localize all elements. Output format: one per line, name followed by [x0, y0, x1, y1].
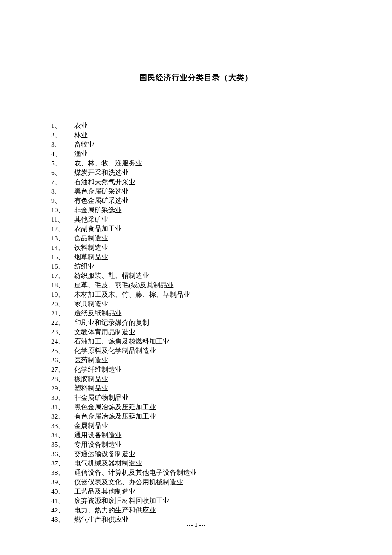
list-item-label: 皮革、毛皮、羽毛(绒)及其制品业 [74, 280, 341, 290]
list-item: 31、黑色金属冶炼及压延加工业 [51, 402, 341, 412]
list-item-label: 农业 [74, 121, 341, 130]
list-item-label: 文教体育用品制造业 [74, 327, 341, 337]
list-item-number: 39、 [51, 477, 74, 487]
list-item-number: 36、 [51, 449, 74, 459]
list-item: 26、医药制造业 [51, 356, 341, 365]
list-item: 4、渔业 [51, 149, 341, 159]
list-item-number: 20、 [51, 299, 74, 309]
list-item-number: 15、 [51, 252, 74, 262]
list-item-number: 35、 [51, 440, 74, 449]
list-item-number: 30、 [51, 393, 74, 402]
list-item: 18、皮革、毛皮、羽毛(绒)及其制品业 [51, 280, 341, 290]
list-item-number: 7、 [51, 177, 74, 187]
list-item-label: 非金属矿采选业 [74, 205, 341, 215]
list-item-label: 造纸及纸制品业 [74, 309, 341, 318]
list-item-label: 废弃资源和废旧材料回收加工业 [74, 496, 341, 506]
list-item: 38、通信设备、计算机及其他电子设备制造业 [51, 468, 341, 477]
list-item-label: 交通运输设备制造业 [74, 449, 341, 459]
list-item: 8、黑色金属矿采选业 [51, 187, 341, 196]
list-item: 33、金属制品业 [51, 421, 341, 431]
list-item-label: 纺织业 [74, 262, 341, 271]
list-item-label: 林业 [74, 130, 341, 140]
list-item: 35、专用设备制造业 [51, 440, 341, 449]
list-item: 15、烟草制品业 [51, 252, 341, 262]
list-item-label: 黑色金属冶炼及压延加工业 [74, 402, 341, 412]
list-item-number: 11、 [51, 215, 74, 224]
list-item-number: 8、 [51, 187, 74, 196]
list-item: 13、食品制造业 [51, 234, 341, 243]
list-item-number: 41、 [51, 496, 74, 506]
list-item-label: 通用设备制造业 [74, 431, 341, 440]
list-item: 23、文教体育用品制造业 [51, 327, 341, 337]
list-item: 24、石油加工、炼焦及核燃料加工业 [51, 337, 341, 346]
document-page: 国民经济行业分类目录（大类） 1、农业2、林业3、畜牧业4、渔业5、农、林、牧、… [0, 0, 392, 524]
list-item-label: 烟草制品业 [74, 252, 341, 262]
list-item: 40、工艺品及其他制造业 [51, 487, 341, 496]
list-item-label: 农、林、牧、渔服务业 [74, 159, 341, 168]
list-item-number: 28、 [51, 374, 74, 384]
list-item-number: 12、 [51, 224, 74, 234]
list-item-label: 木材加工及木、竹、藤、棕、草制品业 [74, 290, 341, 299]
list-item: 27、化学纤维制造业 [51, 365, 341, 374]
footer-right: --- [198, 521, 206, 528]
list-item-number: 31、 [51, 402, 74, 412]
list-item-number: 29、 [51, 384, 74, 393]
list-item: 7、石油和天然气开采业 [51, 177, 341, 187]
list-item-label: 化学原料及化学制品制造业 [74, 346, 341, 356]
list-item-label: 石油和天然气开采业 [74, 177, 341, 187]
list-item: 10、非金属矿采选业 [51, 205, 341, 215]
list-item-label: 有色金属矿采选业 [74, 196, 341, 205]
list-item: 28、橡胶制品业 [51, 374, 341, 384]
list-item-label: 有色金属冶炼及压延加工业 [74, 412, 341, 421]
list-item-number: 2、 [51, 130, 74, 140]
list-item-label: 畜牧业 [74, 140, 341, 149]
page-number: 1 [194, 521, 198, 528]
list-item: 2、林业 [51, 130, 341, 140]
list-item: 16、纺织业 [51, 262, 341, 271]
list-item-number: 10、 [51, 205, 74, 215]
list-item-number: 40、 [51, 487, 74, 496]
list-item-number: 21、 [51, 309, 74, 318]
category-list: 1、农业2、林业3、畜牧业4、渔业5、农、林、牧、渔服务业6、煤炭开采和洗选业7… [51, 121, 341, 524]
list-item-label: 塑料制品业 [74, 384, 341, 393]
list-item: 22、印刷业和记录媒介的复制 [51, 318, 341, 327]
list-item-number: 25、 [51, 346, 74, 356]
list-item: 30、非金属矿物制品业 [51, 393, 341, 402]
footer-left: --- [187, 521, 195, 528]
list-item: 20、家具制造业 [51, 299, 341, 309]
list-item-number: 4、 [51, 149, 74, 159]
list-item-number: 6、 [51, 168, 74, 177]
page-footer: --- 1 --- [0, 521, 392, 529]
list-item-label: 其他采矿业 [74, 215, 341, 224]
list-item-number: 17、 [51, 271, 74, 280]
list-item-number: 32、 [51, 412, 74, 421]
list-item-number: 33、 [51, 421, 74, 431]
list-item-label: 仪器仪表及文化、办公用机械制造业 [74, 477, 341, 487]
list-item-number: 9、 [51, 196, 74, 205]
list-item-label: 电气机械及器材制造业 [74, 459, 341, 468]
list-item: 39、仪器仪表及文化、办公用机械制造业 [51, 477, 341, 487]
list-item-label: 饮料制造业 [74, 243, 341, 252]
list-item-number: 14、 [51, 243, 74, 252]
list-item-number: 27、 [51, 365, 74, 374]
list-item: 36、交通运输设备制造业 [51, 449, 341, 459]
list-item-number: 18、 [51, 280, 74, 290]
list-item: 5、农、林、牧、渔服务业 [51, 159, 341, 168]
list-item: 14、饮料制造业 [51, 243, 341, 252]
list-item-number: 24、 [51, 337, 74, 346]
list-item: 12、农副食品加工业 [51, 224, 341, 234]
list-item-label: 专用设备制造业 [74, 440, 341, 449]
list-item: 17、纺织服装、鞋、帽制造业 [51, 271, 341, 280]
list-item-number: 37、 [51, 459, 74, 468]
list-item-label: 橡胶制品业 [74, 374, 341, 384]
list-item-number: 1、 [51, 121, 74, 130]
list-item: 34、通用设备制造业 [51, 431, 341, 440]
list-item: 41、废弃资源和废旧材料回收加工业 [51, 496, 341, 506]
list-item-label: 农副食品加工业 [74, 224, 341, 234]
list-item: 6、煤炭开采和洗选业 [51, 168, 341, 177]
list-item-label: 通信设备、计算机及其他电子设备制造业 [74, 468, 341, 477]
list-item-label: 化学纤维制造业 [74, 365, 341, 374]
list-item: 11、其他采矿业 [51, 215, 341, 224]
list-item: 21、造纸及纸制品业 [51, 309, 341, 318]
list-item-label: 食品制造业 [74, 234, 341, 243]
